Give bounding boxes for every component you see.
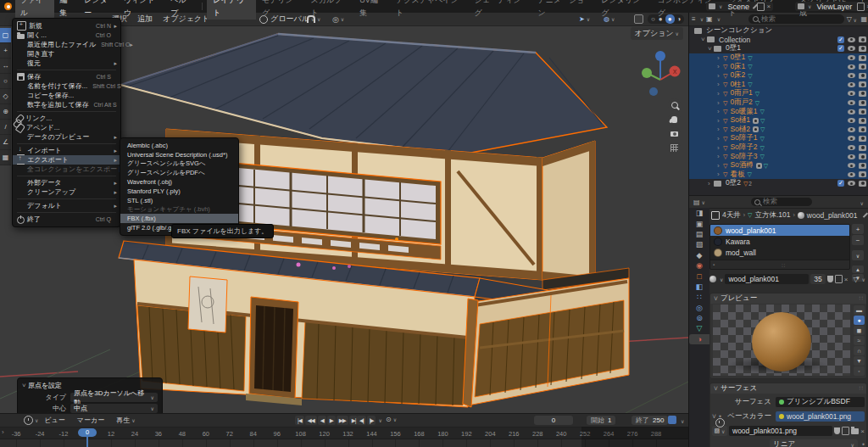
camera-visibility-icon[interactable] — [859, 36, 866, 42]
material-slot[interactable]: Kawara — [710, 236, 849, 247]
hide-icon[interactable] — [848, 37, 855, 42]
second-floor-side-wall[interactable] — [542, 141, 595, 285]
export-menu-item-0[interactable]: Alembic (.abc) — [120, 141, 238, 150]
outliner-object-row[interactable]: ›▽0床1▽ — [689, 62, 868, 71]
camera-visibility-icon[interactable] — [859, 126, 866, 132]
expand-icon[interactable]: › — [717, 81, 723, 88]
camera-visibility-icon[interactable] — [859, 163, 866, 169]
expand-icon[interactable]: › — [717, 117, 723, 125]
workspace-tab-6[interactable]: アニメーション — [531, 0, 595, 20]
viewlayer-selector[interactable]: ∨ ViewLayer × — [795, 2, 868, 11]
expand-icon[interactable]: › — [717, 108, 723, 115]
properties-tab-view-layer[interactable]: ▧ — [689, 239, 709, 249]
camera-visibility-icon[interactable] — [859, 91, 866, 97]
file-menu-item-24[interactable]: 終了Ctrl Q — [13, 215, 120, 224]
properties-tab-scene[interactable]: ◆ — [689, 250, 709, 260]
file-menu-item-9[interactable]: 数字を追加して保存Ctrl Alt S — [13, 100, 120, 109]
properties-tab-constraints[interactable]: ⊚ — [689, 313, 709, 323]
camera-visibility-icon[interactable] — [859, 46, 866, 52]
hide-icon[interactable] — [848, 82, 855, 87]
properties-tab-render[interactable]: ▣ — [689, 218, 709, 228]
surface-panel-header[interactable]: ˅サーフェス∷ — [710, 383, 866, 394]
workspace-tab-5[interactable]: シェーディング — [469, 0, 532, 20]
camera-visibility-icon[interactable] — [859, 55, 866, 61]
properties-tab-world[interactable]: ◉ — [689, 260, 709, 271]
rotate-tool[interactable]: ○ — [0, 74, 11, 89]
remove-slot-button[interactable]: − — [852, 235, 864, 245]
auto-keying-toggle[interactable]: ⊙∨ — [386, 416, 397, 423]
viewlayer-name[interactable]: ViewLayer — [813, 3, 855, 11]
camera-visibility-icon[interactable] — [859, 171, 866, 177]
hide-icon[interactable] — [848, 163, 855, 168]
expand-icon[interactable]: › — [717, 153, 723, 160]
workspace-tab-4[interactable]: テクスチャペイント — [390, 0, 469, 20]
select-box-tool[interactable]: ▢ — [0, 28, 11, 43]
workspace-tab-2[interactable]: スカルプト — [305, 0, 354, 20]
gizmo-y-axis[interactable] — [642, 68, 652, 78]
checkbox-icon[interactable]: ✓ — [837, 36, 844, 43]
preview-sphere-button[interactable]: ● — [854, 316, 865, 325]
blender-logo[interactable] — [4, 3, 12, 10]
search-input[interactable]: 検索 — [751, 198, 812, 206]
export-menu-item-4[interactable]: Wavefront (.obj) — [120, 177, 238, 187]
expand-icon[interactable]: › — [717, 63, 723, 70]
scene-name[interactable]: Scene — [724, 3, 753, 11]
collection-row[interactable]: ˅ 0壁1 ✓ — [689, 44, 868, 53]
base-color-field[interactable]: wood_plank001.png — [776, 411, 865, 422]
collapse-icon[interactable]: ˅ — [708, 45, 714, 53]
add-slot-button[interactable]: + — [852, 224, 864, 234]
prev-keyframe-button[interactable]: ◀◀ — [305, 416, 317, 425]
expand-icon[interactable]: › — [717, 90, 723, 98]
open-image-icon[interactable] — [851, 428, 859, 434]
editor-type-icon[interactable]: ▤ — [693, 198, 700, 206]
file-menu-item-1[interactable]: 開く...Ctrl O — [13, 31, 120, 40]
workspace-tab-0[interactable]: レイアウト — [207, 0, 256, 20]
menubar-item-3[interactable]: ウィンドウ — [119, 0, 165, 20]
copy-icon[interactable] — [857, 3, 865, 11]
properties-tab-object-data[interactable]: ▽ — [689, 323, 709, 333]
surface-shader-field[interactable]: プリンシプルBSDF — [776, 397, 865, 407]
zoom-button[interactable] — [668, 98, 681, 111]
unlink-icon[interactable]: × — [860, 427, 865, 435]
expand-icon[interactable]: › — [717, 72, 723, 80]
scene-selector[interactable]: ∨ Scene × — [706, 2, 773, 11]
expand-icon[interactable]: › — [708, 180, 714, 187]
export-menu-item-5[interactable]: Stanford PLY (.ply) — [120, 187, 238, 196]
timeline-menu-0[interactable]: ビュー — [38, 414, 70, 427]
material-slot[interactable]: mod_wall — [710, 247, 849, 258]
menubar-item-2[interactable]: レンダー — [79, 0, 119, 20]
users-count-badge[interactable]: 35 — [810, 274, 825, 284]
breadcrumb-object[interactable]: 4天井 — [722, 210, 741, 221]
preview-shaderball-button[interactable]: ▼ — [854, 356, 865, 366]
unlink-icon[interactable]: × — [844, 276, 849, 283]
properties-tab-object[interactable]: □ — [689, 271, 709, 281]
preview-hair-button[interactable]: ≈ — [854, 336, 865, 345]
export-menu-item-1[interactable]: Universal Scene Description (.usd*) — [120, 150, 238, 159]
menubar-item-4[interactable]: ヘルプ — [165, 0, 198, 20]
properties-tab-tool[interactable]: ◨ — [689, 208, 709, 218]
camera-visibility-icon[interactable] — [859, 136, 866, 142]
hide-icon[interactable] — [848, 64, 855, 70]
camera-visibility-icon[interactable] — [859, 154, 866, 159]
file-menu-item-4[interactable]: 復元▸ — [13, 59, 120, 68]
hide-icon[interactable] — [848, 127, 855, 132]
file-menu-item-6[interactable]: 保存Ctrl S — [13, 72, 120, 81]
operator-panel[interactable]: ˅ 原点を設定 タイプ 原点を3Dカーソルへ移動∨ 中心 中点∨ — [17, 377, 163, 413]
hide-icon[interactable] — [848, 55, 855, 60]
timeline-menu-1[interactable]: マーカー — [71, 414, 110, 427]
outliner-object-row[interactable]: ›▽0雨戸2▽ — [689, 98, 868, 108]
checkbox-icon[interactable]: ✓ — [837, 180, 844, 187]
center-select[interactable]: 中点∨ — [70, 404, 158, 413]
preview-cube-button[interactable]: ◼ — [854, 326, 865, 335]
cursor-tool[interactable]: + — [0, 43, 11, 59]
hide-icon[interactable] — [848, 145, 855, 150]
expand-icon[interactable]: › — [717, 144, 723, 152]
editor-type-icon[interactable] — [24, 416, 33, 425]
camera-visibility-icon[interactable] — [859, 118, 866, 124]
scale-tool[interactable]: ◇ — [0, 89, 11, 104]
outliner-object-row[interactable]: ›▽So障子3▽ — [689, 152, 868, 161]
image-name-field[interactable]: wood_plank001.png — [729, 426, 832, 436]
outliner-object-row[interactable]: ›▽0壁1▽ — [689, 53, 868, 63]
current-frame-marker[interactable]: 0 — [78, 428, 97, 437]
collapse-icon[interactable]: ˅ — [701, 36, 707, 43]
